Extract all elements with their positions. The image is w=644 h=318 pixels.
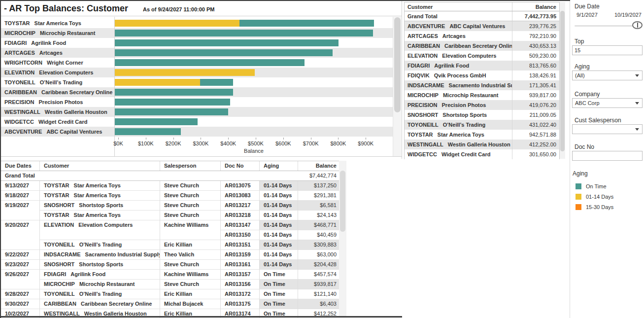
summary-row-caribbean[interactable]: CARIBBEANCaribbean Secretary Online430,6… xyxy=(405,41,559,51)
detail-row-ar013156[interactable]: MICROCHIPMicrochip RestaurantSteve Churc… xyxy=(1,280,339,289)
bar-segment-on-time[interactable] xyxy=(115,49,333,56)
detail-cell-code: SNOSHORTShortstop Sports xyxy=(40,260,160,270)
bar-microchip[interactable] xyxy=(115,30,373,36)
bar-plot-area xyxy=(114,28,393,38)
detail-row-ar013217[interactable]: 9/19/2027SNOSHORTShortstop SportsSteve C… xyxy=(1,201,339,211)
bar-segment-on-time[interactable] xyxy=(115,89,233,96)
summary-row-snoshort[interactable]: SNOSHORTShortstop Sports211,009.05 xyxy=(405,110,559,120)
summary-row-fdiagri[interactable]: FDIAGRIAgrilink Food813,765.60 xyxy=(405,61,559,71)
detail-row-ar013175[interactable]: 9/30/2027CARIBBEANCaribbean Secretary On… xyxy=(1,299,339,309)
detail-header-balance[interactable]: Balance xyxy=(298,161,339,171)
legend-item-on-time[interactable]: On Time xyxy=(573,181,637,191)
detail-header-customer[interactable]: Customer xyxy=(40,161,160,171)
summary-balance-cell: 430,653.13 xyxy=(512,41,559,51)
customer-name: Shortstop Sports xyxy=(79,261,123,267)
summary-row-widgetcc[interactable]: WIDGETCCWidget Credit Card301,650.00 xyxy=(405,149,559,159)
chart-scrollbar-thumb[interactable] xyxy=(394,17,401,112)
customer-name: ABC Capital Ventures xyxy=(449,23,505,29)
customer-code: CARIBBEAN xyxy=(4,89,37,95)
summary-row-indsacrame[interactable]: INDSACRAMESacramento Industrial Su..171,… xyxy=(405,80,559,90)
doc-no-filter-input[interactable] xyxy=(572,151,643,161)
bar-caribbean[interactable] xyxy=(115,89,233,96)
bar-precision[interactable] xyxy=(115,99,230,106)
bar-toystar[interactable] xyxy=(115,20,374,27)
summary-row-grand-total[interactable]: Grand Total7,442,773.95 xyxy=(405,11,559,21)
detail-row-ar013157[interactable]: 9/26/2027FDIAGRIAgrilink FoodKachine Wil… xyxy=(1,270,339,280)
legend-item-01-14-days[interactable]: 01-14 Days xyxy=(573,191,637,202)
bar-segment-on-time[interactable] xyxy=(115,99,230,106)
bar-segment-on-time[interactable] xyxy=(115,118,198,125)
summary-row-toyoneill[interactable]: TOYONEILLO’Neill’s Trading431,022.40 xyxy=(405,120,559,130)
detail-header-aging[interactable]: Aging xyxy=(260,161,298,171)
bar-segment-on-time[interactable] xyxy=(115,30,373,36)
detail-cell-aging: On Time xyxy=(260,280,298,289)
detail-row-ar013083[interactable]: 9/18/2027TOYSTARStar America ToysSteve C… xyxy=(1,191,339,201)
bar-toyoneill[interactable] xyxy=(115,79,233,86)
top-filter-input[interactable] xyxy=(572,45,643,55)
summary-row-microchip[interactable]: MICROCHIPMicrochip Restaurant939,817.00 xyxy=(405,90,559,100)
bar-wrightcorn[interactable] xyxy=(115,59,305,66)
customer-code: TOYONEILL xyxy=(4,79,35,85)
legend-label: 15-30 Days xyxy=(586,204,613,210)
bar-segment-01-14-days[interactable] xyxy=(115,20,239,27)
detail-row-ar013161[interactable]: 9/23/2027SNOSHORTShortstop SportsSteve C… xyxy=(1,260,339,270)
axis-tick-label: $300K xyxy=(186,141,215,146)
summary-header-customer[interactable]: Customer xyxy=(405,2,512,11)
bar-segment-on-time[interactable] xyxy=(115,59,305,66)
detail-scrollbar-thumb[interactable] xyxy=(340,171,345,232)
bar-segment-on-time[interactable] xyxy=(239,20,374,27)
detail-cell-aging: On Time xyxy=(260,289,298,299)
bar-fdiagri[interactable] xyxy=(115,39,339,46)
bar-widgetcc[interactable] xyxy=(115,118,198,125)
detail-row-ar013159[interactable]: 9/22/2027INDSACRAMESacramento Industrial… xyxy=(1,250,339,260)
detail-cell-aging: 01-14 Days xyxy=(260,181,298,191)
detail-cell-doc-no: AR013150 xyxy=(221,230,260,240)
summary-row-precision[interactable]: PRECISIONPrecision Photos419,076.20 xyxy=(405,100,559,110)
summary-scrollbar[interactable] xyxy=(560,2,565,159)
summary-row-fdiqvik[interactable]: FDIQVIKQvik Process GmbH138,426.91 xyxy=(405,71,559,80)
detail-row-ar013150[interactable]: AR01315001-14 Days$40,459 xyxy=(1,230,339,240)
bar-artcages[interactable] xyxy=(115,49,333,56)
summary-row-artcages[interactable]: ARTCAGESArtcages792,210.90 xyxy=(405,31,559,41)
legend-item-15-30-days[interactable]: 15-30 Days xyxy=(573,202,637,212)
detail-scrollbar[interactable] xyxy=(339,161,346,316)
detail-row-ar013075[interactable]: 9/13/2027TOYSTARStar America ToysSteve C… xyxy=(1,181,339,191)
detail-row-ar013147[interactable]: 9/20/2027ELEVATIONElevation ComputersKac… xyxy=(1,220,339,230)
summary-row-toystar[interactable]: TOYSTARStar America Toys942,571.88 xyxy=(405,130,559,140)
bar-abcventure[interactable] xyxy=(115,128,181,135)
bar-segment-on-time[interactable] xyxy=(115,39,339,46)
bar-segment-on-time[interactable] xyxy=(200,79,234,86)
detail-header-due-dates[interactable]: Due Dates xyxy=(1,161,40,171)
due-date-slider-track[interactable] xyxy=(575,25,639,27)
detail-cell-doc-no: AR013157 xyxy=(221,270,260,280)
detail-row-ar013218[interactable]: TOYSTARStar America ToysSteve ChurchAR01… xyxy=(1,211,339,220)
summary-row-abcventure[interactable]: ABCVENTUREABC Capital Ventures239,776.25 xyxy=(405,21,559,31)
due-date-slider-handle[interactable] xyxy=(632,21,643,29)
customer-code: WRIGHTCORN xyxy=(4,60,42,66)
detail-cell-balance: $24,143 xyxy=(298,211,339,220)
due-date-end: 10/19/2027 xyxy=(614,12,642,18)
customer-code: FDIAGRI xyxy=(407,63,430,69)
bar-segment-01-14-days[interactable] xyxy=(115,69,255,76)
bar-segment-on-time[interactable] xyxy=(115,128,181,135)
detail-grand-total-row[interactable]: Grand Total $7,442,774 xyxy=(1,171,339,181)
bar-segment-01-14-days[interactable] xyxy=(115,79,200,86)
summary-scrollbar-thumb[interactable] xyxy=(560,11,565,151)
detail-header-doc-no[interactable]: Doc No xyxy=(221,161,260,171)
chart-scrollbar[interactable] xyxy=(393,17,401,156)
company-filter-dropdown[interactable]: ABC Corp xyxy=(572,98,643,108)
detail-header-salesperson[interactable]: Salesperson xyxy=(160,161,221,171)
bar-westingall[interactable] xyxy=(115,108,228,115)
summary-row-westingall[interactable]: WESTINGALLWestin Galleria Houston412,252… xyxy=(405,140,559,149)
bar-segment-on-time[interactable] xyxy=(115,108,228,115)
summary-header-balance[interactable]: Balance xyxy=(512,2,559,11)
detail-row-ar013172[interactable]: 9/28/2027TOYONEILLO’Neill’s TradingEric … xyxy=(1,289,339,299)
detail-row-ar013151[interactable]: TOYONEILLO’Neill’s TradingEric KillianAR… xyxy=(1,240,339,250)
aging-filter-dropdown[interactable]: (All) xyxy=(572,71,643,80)
bar-elevation[interactable] xyxy=(115,69,255,76)
bar-plot-area xyxy=(114,58,393,68)
customer-code: SNOSHORT xyxy=(44,202,74,208)
summary-row-elevation[interactable]: ELEVATIONElevation Computers509,230.00 xyxy=(405,51,559,61)
cust-salesperson-filter-dropdown[interactable] xyxy=(572,124,643,134)
customer-name: Elevation Computers xyxy=(442,53,496,59)
